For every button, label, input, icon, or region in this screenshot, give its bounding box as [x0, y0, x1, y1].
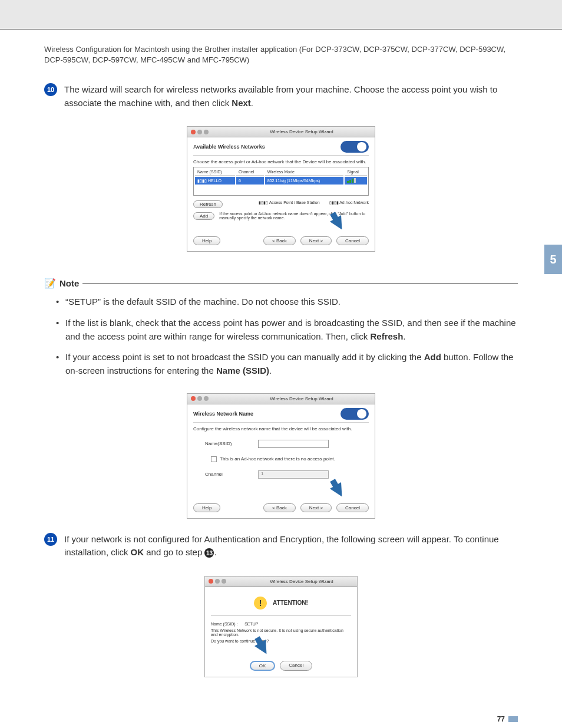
step-11-c: .	[214, 547, 216, 557]
legend-ap: ▮▯▮▯ Access Point / Base Station	[259, 200, 320, 208]
screenshot-attention: Wireless Device Setup Wizard ! ATTENTION…	[204, 576, 358, 677]
step-10-text: The wizard will search for wireless netw…	[64, 83, 518, 110]
step-10-bold: Next	[232, 98, 251, 108]
note-label: Note	[59, 278, 79, 288]
adhoc-checkbox[interactable]	[211, 456, 217, 462]
arrow-icon	[254, 640, 272, 657]
col-channel: Channel	[236, 169, 264, 176]
shot1-heading: Available Wireless Networks	[193, 144, 265, 150]
screenshot-available-networks: Wireless Device Setup Wizard Available W…	[187, 126, 375, 252]
refresh-button[interactable]: Refresh	[193, 200, 223, 208]
step-10-a: The wizard will search for wireless netw…	[64, 84, 497, 108]
help-button[interactable]: Help	[193, 503, 220, 512]
cell-channel: 6	[236, 177, 264, 185]
wifi-logo	[340, 141, 369, 153]
step-number-11: 11	[44, 533, 57, 546]
col-mode: Wireless Mode	[265, 169, 344, 176]
cell-mode: 802.11b/g (11Mbps/54Mbps)	[265, 177, 344, 185]
network-table: Name (SSID)ChannelWireless ModeSignal ▮▯…	[193, 167, 369, 196]
window-controls	[191, 130, 209, 134]
page-header-text: Wireless Configuration for Macintosh usi…	[44, 44, 518, 65]
cancel-button[interactable]: Cancel	[336, 236, 369, 245]
shot1-desc: Choose the access point or Ad-hoc networ…	[193, 159, 369, 164]
add-desc: If the access point or Ad-hoc network na…	[219, 212, 369, 220]
ssid-value: SETUP	[244, 622, 258, 626]
cancel-button[interactable]: Cancel	[336, 503, 369, 512]
window-title: Wireless Device Setup Wizard	[232, 396, 371, 401]
attention-label: ATTENTION!	[273, 599, 308, 606]
window-controls	[209, 579, 226, 584]
adhoc-label: This is an Ad-hoc network and there is n…	[220, 456, 335, 462]
help-button[interactable]: Help	[193, 236, 220, 245]
next-button[interactable]: Next >	[300, 503, 332, 512]
step-11-bold: OK	[131, 547, 144, 557]
window-title: Wireless Device Setup Wizard	[232, 129, 371, 134]
arrow-icon	[330, 482, 348, 500]
add-button[interactable]: Add	[193, 212, 214, 220]
cancel-button[interactable]: Cancel	[280, 661, 312, 671]
screenshot-network-name: Wireless Device Setup Wizard Wireless Ne…	[187, 393, 375, 519]
window-controls	[191, 396, 209, 401]
step-number-10: 10	[44, 83, 57, 96]
channel-select[interactable]: 1	[258, 470, 329, 479]
table-row[interactable]: ▮▯▮▯ HELLO 6 802.11b/g (11Mbps/54Mbps)	[195, 177, 367, 185]
note-item-2: If the list is blank, check that the acc…	[56, 316, 518, 344]
step-10-b: .	[251, 98, 253, 108]
step-11-b: and go to step	[144, 547, 204, 557]
warn-text: This Wireless Network is not secure. It …	[211, 627, 351, 638]
step-11-text: If your network is not configured for Au…	[64, 533, 518, 559]
wifi-logo	[340, 408, 369, 420]
shot2-heading: Wireless Network Name	[193, 411, 253, 417]
note-item-3: If your access point is set to not broad…	[56, 350, 518, 378]
channel-label: Channel	[205, 472, 258, 477]
step-ref-13: 13	[204, 548, 214, 558]
back-button[interactable]: < Back	[263, 236, 296, 245]
shot2-desc: Configure the wireless network name that…	[193, 426, 369, 431]
ssid-label: Name (SSID) :	[211, 622, 238, 626]
chapter-tab: 5	[544, 245, 562, 274]
warning-icon: !	[254, 597, 267, 610]
legend-adhoc: ▯▮▯▮ Ad-hoc Network	[329, 200, 369, 208]
top-bar	[0, 0, 562, 29]
next-button[interactable]: Next >	[300, 236, 332, 245]
ssid-label: Name(SSID)	[205, 441, 258, 446]
col-name: Name (SSID)	[195, 169, 235, 176]
note-item-1: “SETUP” is the default SSID of the machi…	[56, 295, 518, 308]
cell-name: ▮▯▮▯ HELLO	[195, 177, 235, 185]
col-signal: Signal	[345, 169, 367, 176]
step-11-a: If your network is not configured for Au…	[64, 534, 499, 558]
back-button[interactable]: < Back	[263, 503, 296, 512]
page-number: 77	[44, 715, 518, 723]
note-icon: 📝	[44, 278, 56, 289]
ssid-input[interactable]	[258, 440, 329, 448]
ok-button[interactable]: OK	[250, 661, 276, 671]
cell-signal	[345, 177, 367, 185]
window-title: Wireless Device Setup Wizard	[250, 579, 353, 584]
